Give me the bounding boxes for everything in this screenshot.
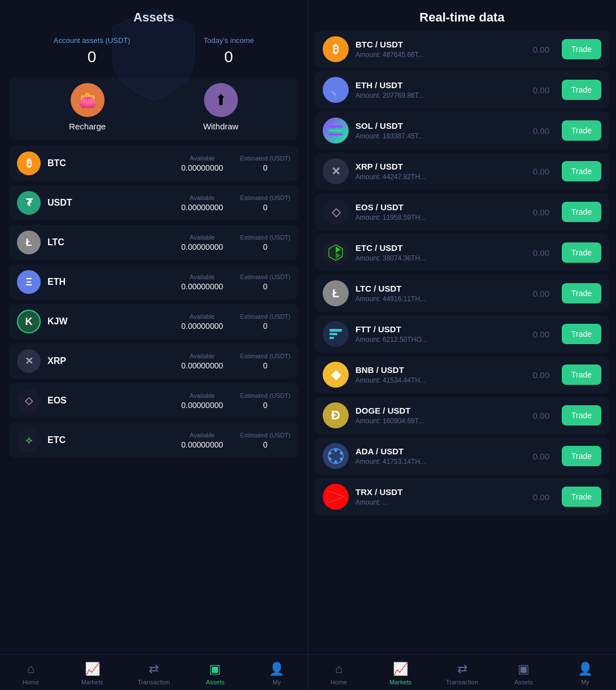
trade-button[interactable]: Trade (562, 446, 601, 466)
svg-point-18 (340, 458, 343, 461)
nav-icon-assets: ▣ (209, 662, 221, 676)
svg-point-14 (335, 461, 337, 463)
market-item[interactable]: SOL / USDT Amount: 183387.45T... 0.00 Tr… (315, 112, 609, 149)
asset-item[interactable]: K KJW Available 0.00000000 Estimated (US… (9, 304, 298, 339)
market-pair: DOGE / USDT (355, 406, 526, 415)
nav-icon-my: 👤 (269, 662, 284, 676)
market-item[interactable]: Ł LTC / USDT Amount: 44916.11TH... 0.00 … (315, 275, 609, 312)
available-label: Available (181, 392, 223, 399)
market-price: 0.00 (533, 85, 549, 95)
market-logo: ₿ (323, 36, 349, 62)
trade-button[interactable]: Trade (562, 405, 601, 426)
nav-icon-transaction: ⇄ (149, 662, 159, 676)
market-pair: ETC / USDT (355, 243, 526, 253)
shield-area: Account assets (USDT) 0 Today's income 0 (0, 31, 307, 77)
market-logo: Ł (323, 280, 349, 306)
nav-label-assets: Assets (514, 679, 533, 685)
left-nav-my[interactable]: 👤 My (246, 659, 307, 688)
left-nav-assets[interactable]: ▣ Assets (184, 659, 246, 688)
right-nav-transaction[interactable]: ⇄ Transaction (431, 659, 493, 688)
market-info: EOS / USDT Amount: 11958.59TH... (355, 202, 526, 222)
market-price: 0.00 (533, 167, 549, 176)
asset-symbol: KJW (47, 316, 81, 327)
market-item[interactable]: ETH / USDT Amount: 207769.86T... 0.00 Tr… (315, 71, 609, 109)
withdraw-button[interactable]: ⬆ Withdraw (203, 83, 238, 131)
left-nav-markets[interactable]: 📈 Markets (62, 659, 123, 688)
market-amount: Amount: 11958.59TH... (355, 214, 526, 222)
market-pair: SOL / USDT (355, 121, 526, 131)
asset-logo-eth: Ξ (17, 270, 41, 294)
estimated-col: Estimated (USDT) 0 (240, 432, 290, 449)
nav-icon-home: ⌂ (27, 662, 34, 676)
trade-button[interactable]: Trade (562, 364, 601, 385)
market-item[interactable]: ◇ EOS / USDT Amount: 11958.59TH... 0.00 … (315, 193, 609, 231)
estimated-value: 0 (240, 440, 290, 449)
market-info: TRX / USDT Amount: ... (355, 487, 526, 506)
left-nav-transaction[interactable]: ⇄ Transaction (123, 659, 185, 688)
right-nav-markets[interactable]: 📈 Markets (370, 659, 431, 688)
available-col: Available 0.00000000 (181, 313, 223, 331)
income-value: 0 (203, 48, 254, 66)
svg-point-17 (329, 458, 332, 461)
asset-item[interactable]: ₿ BTC Available 0.00000000 Estimated (US… (9, 146, 298, 181)
trade-button[interactable]: Trade (562, 324, 601, 344)
trade-button[interactable]: Trade (562, 161, 601, 181)
market-item[interactable]: Ð DOGE / USDT Amount: 160904.69T... 0.00… (315, 397, 609, 434)
market-amount: Amount: 41753.14TH... (355, 458, 526, 466)
asset-symbol: XRP (47, 356, 81, 366)
market-item[interactable]: FTT / USDT Amount: 6212.50THO... 0.00 Tr… (315, 315, 609, 353)
trade-button[interactable]: Trade (562, 80, 601, 100)
recharge-label: Recharge (69, 121, 106, 131)
market-item[interactable]: ✕ XRP / USDT Amount: 44247.82TH... 0.00 … (315, 153, 609, 190)
asset-item[interactable]: ₮ USDT Available 0.00000000 Estimated (U… (9, 185, 298, 220)
asset-item[interactable]: ✕ XRP Available 0.00000000 Estimated (US… (9, 344, 298, 379)
market-info: DOGE / USDT Amount: 160904.69T... (355, 406, 526, 425)
nav-label-markets: Markets (81, 679, 103, 685)
left-nav-home[interactable]: ⌂ Home (0, 659, 62, 688)
market-list: ₿ BTC / USDT Amount: 487645.66T... 0.00 … (308, 31, 616, 654)
market-item[interactable]: TRX / USDT Amount: ... 0.00 Trade (315, 478, 609, 515)
right-nav-my[interactable]: 👤 My (554, 659, 616, 688)
market-pair: ETH / USDT (355, 80, 526, 90)
available-value: 0.00000000 (181, 440, 223, 449)
account-assets-value: 0 (54, 48, 131, 66)
market-price: 0.00 (533, 329, 549, 339)
asset-amounts: Available 0.00000000 Estimated (USDT) 0 (88, 234, 290, 251)
svg-marker-19 (327, 491, 344, 503)
svg-point-15 (329, 452, 332, 455)
nav-icon-my: 👤 (578, 662, 593, 676)
recharge-button[interactable]: 👛 Recharge (69, 83, 106, 131)
estimated-value: 0 (240, 322, 290, 331)
trade-button[interactable]: Trade (562, 39, 601, 59)
income-label: Today's income (203, 36, 254, 45)
svg-point-16 (340, 452, 343, 455)
available-value: 0.00000000 (181, 242, 223, 251)
market-item[interactable]: ◈ BNB / USDT Amount: 41534.44TH... 0.00 … (315, 356, 609, 393)
trade-button[interactable]: Trade (562, 283, 601, 303)
market-logo: ◇ (323, 199, 349, 225)
asset-item[interactable]: ⟡ ETC Available 0.00000000 Estimated (US… (9, 423, 298, 458)
market-price: 0.00 (533, 289, 549, 298)
market-amount: Amount: ... (355, 498, 526, 506)
right-nav-assets[interactable]: ▣ Assets (493, 659, 554, 688)
trade-button[interactable]: Trade (562, 120, 601, 141)
trade-button[interactable]: Trade (562, 242, 601, 263)
asset-logo-usdt: ₮ (17, 191, 41, 215)
asset-item[interactable]: ◇ EOS Available 0.00000000 Estimated (US… (9, 383, 298, 418)
asset-logo-etc: ⟡ (17, 428, 41, 452)
trade-button[interactable]: Trade (562, 202, 601, 222)
asset-item[interactable]: Ξ ETH Available 0.00000000 Estimated (US… (9, 264, 298, 300)
available-value: 0.00000000 (181, 401, 223, 410)
right-nav-home[interactable]: ⌂ Home (308, 659, 370, 688)
asset-item[interactable]: Ł LTC Available 0.00000000 Estimated (US… (9, 225, 298, 260)
svg-rect-10 (329, 333, 337, 335)
market-price: 0.00 (533, 126, 549, 136)
trade-button[interactable]: Trade (562, 487, 601, 507)
market-item[interactable]: ADA / USDT Amount: 41753.14TH... 0.00 Tr… (315, 437, 609, 475)
asset-symbol: ETC (47, 435, 81, 445)
market-logo (323, 443, 349, 469)
market-item[interactable]: ETC / USDT Amount: 38074.36TH... 0.00 Tr… (315, 234, 609, 271)
available-label: Available (181, 353, 223, 359)
available-col: Available 0.00000000 (181, 155, 223, 172)
market-item[interactable]: ₿ BTC / USDT Amount: 487645.66T... 0.00 … (315, 31, 609, 68)
